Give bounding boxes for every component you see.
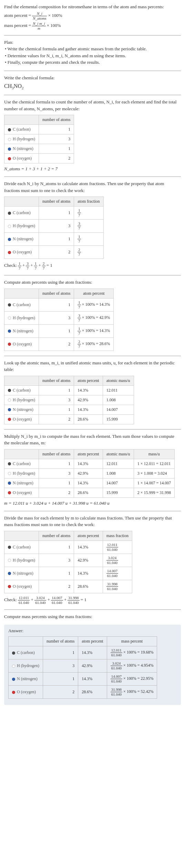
element-dot-icon [8,546,11,549]
mass-frac-text: Divide the mass for each element by m to… [4,515,181,528]
table-row: H (hydrogen)337 × 100% = 42.9% [4,311,114,324]
plan: Plan: • Write the chemical formula and g… [4,39,181,66]
element-label: N (nitrogen) [13,146,33,151]
m-equation: m = 12.011 u + 3.024 u + 14.007 u + 31.9… [4,501,181,506]
atom-pct-text: Compute atom percents using the atom fra… [4,279,181,286]
natoms-equation: N_atoms = 1 + 3 + 1 + 2 = 7 [4,166,181,172]
answer-label: Answer: [8,628,177,634]
table-row: N (nitrogen)117 × 100% = 14.3% [4,324,114,337]
atom-percent-table: number of atomsatom percent C (carbon)11… [4,289,114,351]
table-row: N (nitrogen)1 [4,144,74,154]
table-row: O (oxygen)227 × 100% = 28.6% [4,337,114,351]
mass-fraction-block: Divide the mass for each element by m to… [4,515,181,605]
divider [4,275,181,275]
count-block: Use the chemical formula to count the nu… [4,99,181,172]
count-text: Use the chemical formula to count the nu… [4,99,181,112]
element-dot-icon [12,678,15,681]
atom-percent-block: Compute atom percents using the atom fra… [4,279,181,351]
atom-percent-formula: atom percent = N_iN_atoms × 100% [4,12,181,20]
frac-text: Divide each N_i by N_atoms to calculate … [4,180,181,194]
element-dot-icon [8,418,11,421]
table-row: H (hydrogen)342.9%1.008 [4,395,134,405]
mol-mass-text: Multiply N_i by m_i to compute the mass … [4,433,181,446]
element-dot-icon [8,316,11,320]
element-dot-icon [12,691,15,694]
mass-lookup-text: Look up the atomic mass, m_i, in unified… [4,360,181,373]
chemical-formula: CH3NO2 [4,83,181,90]
element-dot-icon [8,559,11,562]
formula-text: Write the chemical formula: [4,74,181,81]
mass-lookup-block: Look up the atomic mass, m_i, in unified… [4,360,181,424]
atomic-mass-table: number of atomsatom percentatomic mass/u… [4,376,134,424]
table-row: O (oxygen)228.6%15.999 [4,414,134,424]
atom-fraction-table: number of atomsatom fraction C (carbon)1… [4,196,104,259]
table-row: O (oxygen)228.6%15.9992 × 15.999 = 31.99… [4,488,175,497]
element-dot-icon [8,398,11,402]
intro: Find the elemental composition for nitro… [4,3,181,30]
element-dot-icon [8,225,11,228]
table-row: C (carbon)1 [4,125,74,134]
molecular-mass-block: Multiply N_i by m_i to compute the mass … [4,433,181,506]
table-row: H (hydrogen)342.9%3.02461.040 × 100% = 4… [9,659,157,673]
element-dot-icon [8,585,11,588]
table-row: O (oxygen)228.6%31.99861.040 [4,580,132,593]
element-dot-icon [8,482,11,485]
table-row: N (nitrogen)117 [4,233,104,246]
element-dot-icon [8,389,11,392]
element-dot-icon [8,330,11,333]
plan-b2: • Determine values for N_i, m_i, N_atoms… [4,52,181,59]
element-dot-icon [8,408,11,411]
plan-header: Plan: [4,39,181,46]
atom-fraction-block: Divide each N_i by N_atoms to calculate … [4,180,181,270]
divider [4,609,181,610]
divider [4,176,181,177]
table-row: C (carbon)114.3%12.01161.040 [4,541,132,554]
table-row: N (nitrogen)114.3%14.00761.040 × 100% = … [9,673,157,686]
element-label: O (oxygen) [13,156,32,161]
element-dot-icon [8,462,11,465]
molecular-mass-table: number of atomsatom percentatomic mass/u… [4,449,175,498]
table-row: C (carbon)114.3%12.011 [4,385,134,395]
table-row: N (nitrogen)114.3%14.00761.040 [4,567,132,580]
table-row: C (carbon)117 [4,206,104,220]
divider [4,511,181,511]
mass-percent-formula: mass percent = N_i m_im × 100% [4,22,181,30]
element-dot-icon [12,652,15,655]
table-row: C (carbon)117 × 100% = 14.3% [4,298,114,311]
element-dot-icon [8,572,11,575]
formula-block: Write the chemical formula: CH3NO2 [4,74,181,90]
element-dot-icon [8,238,11,241]
check-atom-fraction: Check: 17 + 37 + 17 + 27 = 1 [4,262,181,270]
element-dot-icon [8,343,11,346]
answer-box: Answer: number of atomsatom percentmass … [4,625,181,705]
table-row: N (nitrogen)114.3%14.007 [4,405,134,414]
divider [4,356,181,356]
table-row: H (hydrogen)337 [4,220,104,233]
col-atoms: number of atoms [39,115,74,125]
mass-fraction-table: number of atomsatom percentmass fraction… [4,531,132,593]
element-dot-icon [8,128,11,131]
table-row: H (hydrogen)342.9%1.0083 × 1.008 = 3.024 [4,468,175,478]
table-row: H (hydrogen)342.9%3.02461.040 [4,554,132,567]
answer-table: number of atomsatom percentmass percent … [8,636,157,699]
plan-b3: • Finally, compute the percents and chec… [4,59,181,66]
divider [4,95,181,95]
element-dot-icon [8,157,11,160]
table-row: C (carbon)114.3%12.01161.040 × 100% = 19… [9,646,157,659]
atoms-table: number of atoms C (carbon)1 H (hydrogen)… [4,115,74,163]
element-label: C (carbon) [13,127,31,132]
table-row: O (oxygen)227 [4,246,104,259]
element-dot-icon [8,251,11,254]
plan-b1: • Write the chemical formula and gather … [4,46,181,52]
check-mass-fraction: Check: 12.01161.040 + 3.02461.040 + 14.0… [4,596,181,605]
element-dot-icon [8,472,11,475]
table-row: O (oxygen)2 [4,154,74,163]
element-dot-icon [8,212,11,215]
divider [4,71,181,71]
mass-percent-text: Compute mass percents using the mass fra… [4,613,181,620]
table-row: O (oxygen)228.6%31.99861.040 × 100% = 52… [9,686,157,699]
divider [4,35,181,36]
divider [4,429,181,430]
element-dot-icon [8,303,11,306]
table-row: C (carbon)114.3%12.0111 × 12.011 = 12.01… [4,459,175,468]
